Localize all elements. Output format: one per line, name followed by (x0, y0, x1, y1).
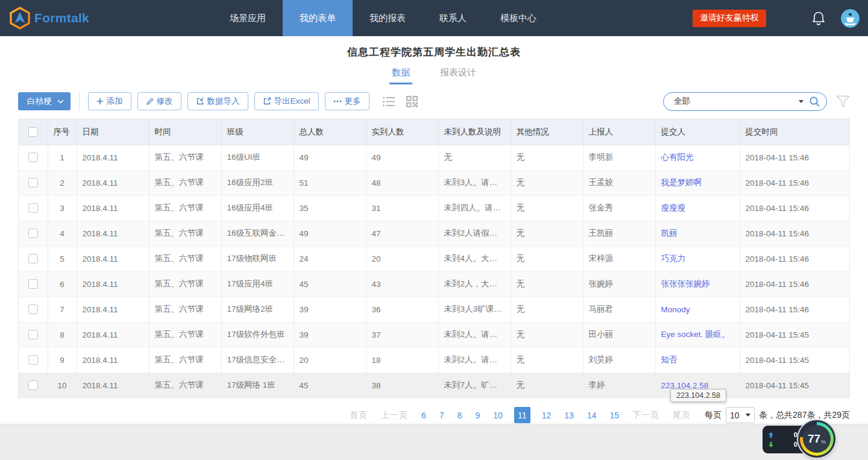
nav-item-my-forms[interactable]: 我的表单 (283, 0, 353, 36)
table-cell: 16级互联网金融… (221, 221, 294, 246)
table-cell: 未到2人。请假… (438, 322, 511, 347)
table-cell: 17级应用4班 (221, 271, 294, 297)
submitter-link[interactable]: 心有阳光 (661, 153, 694, 162)
table-cell: 无 (511, 271, 583, 297)
pagination-first[interactable]: 首页 (350, 410, 368, 421)
page-6[interactable]: 6 (421, 411, 426, 420)
navbar-right: 邀请好友赢特权 (693, 9, 868, 28)
nav-item-my-reports[interactable]: 我的报表 (353, 0, 423, 36)
table-cell: 第五、六节课 (149, 271, 221, 297)
add-button[interactable]: 添加 (88, 92, 131, 110)
page-8[interactable]: 8 (458, 411, 462, 420)
row-checkbox[interactable] (28, 178, 38, 187)
row-checkbox[interactable] (28, 254, 38, 263)
export-excel-button[interactable]: 导出Excel (254, 92, 319, 110)
tab-data[interactable]: 数据 (389, 65, 412, 84)
row-checkbox-cell (19, 347, 48, 373)
row-index-cell: 10 (48, 373, 77, 398)
row-checkbox-cell (19, 221, 48, 246)
row-checkbox[interactable] (28, 228, 38, 238)
avatar[interactable] (841, 9, 860, 28)
table-cell: 马丽君 (583, 297, 655, 322)
table-cell: 2018-04-11 15:45 (740, 322, 849, 347)
pagination-prev[interactable]: 上一页 (381, 410, 408, 421)
page-11[interactable]: 11 (514, 407, 530, 423)
row-checkbox[interactable] (28, 304, 38, 314)
qr-code-icon[interactable] (406, 95, 418, 108)
table-cell: 17级信息安全与… (221, 347, 294, 373)
search-icon[interactable] (809, 96, 820, 107)
table-cell: 王凯丽 (583, 221, 655, 246)
table-cell: 2018.4.11 (77, 373, 149, 398)
submitter-cell: Eye socket. 眼眶。 (655, 322, 740, 347)
row-index-cell: 5 (48, 246, 77, 271)
row-checkbox[interactable] (28, 330, 38, 339)
submitter-link[interactable]: 瘦瘦瘦 (661, 203, 686, 212)
row-index-cell: 2 (48, 170, 77, 195)
row-checkbox[interactable] (28, 355, 38, 365)
submitter-link[interactable]: 我是梦娇啊 (661, 178, 702, 187)
table-row: 72018.4.11第五、六节课17级网络2班3936未到3人3旷课…无马丽君M… (19, 297, 849, 322)
table-cell: 16级应用4班 (221, 195, 294, 221)
row-checkbox[interactable] (28, 203, 38, 213)
table-cell: 宋梓源 (583, 246, 655, 271)
page-10[interactable]: 10 (493, 411, 503, 420)
table-cell: 2018.4.11 (77, 246, 149, 271)
bell-icon[interactable] (812, 11, 825, 26)
search-dropdown-caret-icon[interactable] (799, 100, 804, 103)
table-cell: 未到4人。大赛… (438, 246, 511, 271)
invite-button[interactable]: 邀请好友赢特权 (693, 10, 766, 27)
list-view-icon[interactable] (383, 96, 395, 107)
table-cell: 31 (366, 195, 438, 221)
submitter-link[interactable]: 知否 (661, 355, 678, 364)
memory-usage-widget[interactable]: 77 % (798, 420, 835, 458)
submitter-cell: 瘦瘦瘦 (655, 195, 740, 221)
pagination-last[interactable]: 尾页 (673, 410, 691, 421)
table-row: 42018.4.11第五、六节课16级互联网金融…4947未到2人请假：…无王凯… (19, 221, 849, 246)
row-checkbox-cell (19, 373, 48, 398)
data-import-button[interactable]: 数据导入 (187, 92, 248, 110)
submitter-link[interactable]: Monody (661, 305, 690, 314)
search-input[interactable] (673, 96, 799, 107)
toolbar-divider (79, 92, 80, 110)
pagination-summary: 条，总共287条，共29页 (759, 410, 850, 421)
submitter-link[interactable]: 巧克力 (661, 254, 686, 263)
submitter-link[interactable]: 张张张张婉婷 (661, 279, 710, 288)
select-all-checkbox[interactable] (28, 127, 38, 137)
per-page-select[interactable]: 10 (726, 407, 755, 423)
table-cell: 无 (438, 145, 511, 170)
search-box[interactable] (663, 92, 827, 111)
tab-report-design[interactable]: 报表设计 (438, 65, 479, 84)
row-checkbox[interactable] (28, 153, 38, 162)
table-cell: 无 (511, 246, 583, 271)
form-selector-button[interactable]: 白桔梗 (18, 92, 71, 110)
page-14[interactable]: 14 (587, 411, 597, 420)
table-row: 12018.4.11第五、六节课16级UI班4949无无李明新心有阳光2018-… (19, 145, 849, 170)
nav-item-scene-apps[interactable]: 场景应用 (213, 0, 283, 36)
more-button[interactable]: 更多 (325, 92, 370, 110)
edit-button[interactable]: 修改 (137, 92, 181, 110)
form-selector-label: 白桔梗 (27, 96, 52, 107)
table-cell: 49 (294, 221, 366, 246)
brand-logo[interactable]: Formtalk (10, 7, 89, 30)
page-9[interactable]: 9 (475, 411, 480, 420)
row-checkbox-cell (19, 195, 48, 221)
submitter-link[interactable]: Eye socket. 眼眶。 (661, 330, 730, 339)
pagination-next[interactable]: 下一页 (632, 410, 659, 421)
page-13[interactable]: 13 (564, 411, 574, 420)
row-checkbox[interactable] (28, 380, 38, 390)
table-cell: 第五、六节课 (149, 195, 221, 221)
submitter-cell: 凯丽 (655, 221, 740, 246)
page-15[interactable]: 15 (609, 411, 619, 420)
nav-item-contacts[interactable]: 联系人 (423, 0, 483, 36)
table-cell: 24 (294, 246, 366, 271)
table-cell: 无 (511, 373, 583, 398)
submitter-link[interactable]: 凯丽 (661, 228, 678, 238)
nav-item-template-center[interactable]: 模板中心 (483, 0, 553, 36)
page-7[interactable]: 7 (439, 411, 444, 420)
row-checkbox[interactable] (28, 279, 38, 289)
filter-funnel-icon[interactable] (836, 95, 850, 108)
table-cell: 张金秀 (583, 195, 655, 221)
submitter-cell: 巧克力 (655, 246, 740, 271)
page-12[interactable]: 12 (542, 411, 552, 420)
